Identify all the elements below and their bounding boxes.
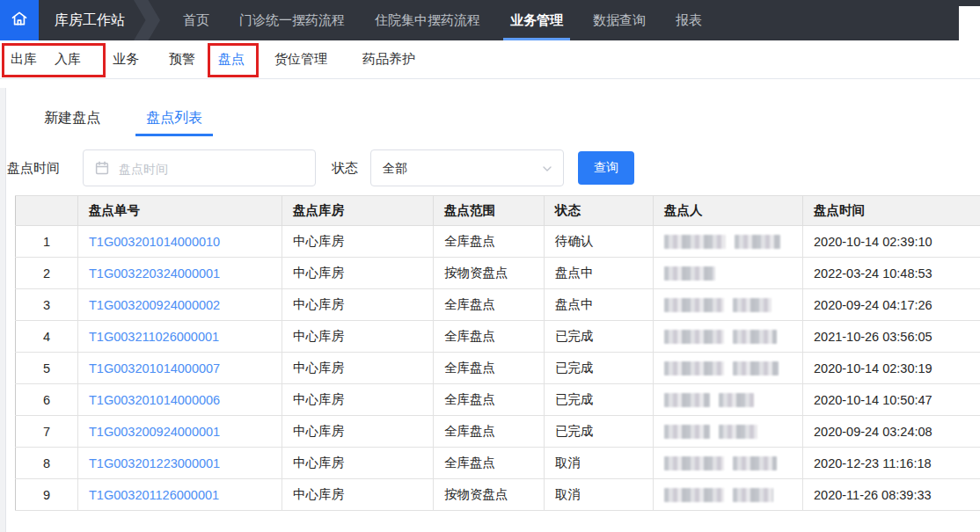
order-no-link[interactable]: T1G003201014000007: [78, 353, 282, 384]
row-index: 8: [16, 448, 78, 479]
col-header-time: 盘点时间: [803, 196, 980, 226]
home-button[interactable]: [0, 0, 39, 40]
left-scrollbar-track[interactable]: [0, 88, 6, 532]
table-header-row: 盘点单号 盘点库房 盘点范围 状态 盘点人 盘点时间: [16, 196, 980, 226]
tab-new-stocktaking[interactable]: 新建盘点: [33, 99, 111, 136]
subnav-business[interactable]: 业务: [113, 51, 139, 68]
person-cell-redacted: [654, 448, 803, 479]
col-header-order-no: 盘点单号: [78, 196, 282, 226]
warehouse-cell: 中心库房: [282, 353, 434, 384]
subnav-shelf-management[interactable]: 货位管理: [274, 51, 327, 68]
person-cell-redacted: [654, 384, 803, 416]
stocktaking-time-input[interactable]: [117, 150, 310, 187]
person-cell-redacted: [654, 353, 803, 384]
home-icon: [11, 10, 28, 31]
top-menu-home[interactable]: 首页: [183, 0, 209, 40]
row-index: 3: [16, 289, 78, 321]
table-row: 3 T1G003200924000002 中心库房 全库盘点 盘点中 2020-…: [16, 289, 980, 321]
redacted-name-blur: [664, 330, 724, 344]
redacted-name-blur: [664, 488, 724, 502]
scope-cell: 全库盘点: [434, 353, 545, 384]
col-header-warehouse: 盘点库房: [282, 196, 434, 226]
top-menu-data-query[interactable]: 数据查询: [593, 0, 646, 40]
redacted-name-blur: [733, 488, 773, 502]
stocktaking-table: 盘点单号 盘点库房 盘点范围 状态 盘点人 盘点时间 1 T1G00320101…: [15, 195, 980, 511]
row-index: 2: [16, 258, 78, 289]
query-button[interactable]: 查询: [578, 151, 634, 185]
redacted-name-blur: [735, 235, 780, 249]
scope-cell: 按物资盘点: [434, 258, 545, 289]
status-cell: 已完成: [545, 384, 654, 416]
top-navbar: 库房工作站 首页 门诊统一摆药流程 住院集中摆药流程 业务管理 数据查询 报表: [0, 0, 980, 40]
table-row: 5 T1G003201014000007 中心库房 全库盘点 已完成 2020-…: [16, 353, 980, 384]
status-select[interactable]: 全部: [370, 149, 564, 186]
table-row: 1 T1G003201014000010 中心库房 全库盘点 待确认 2020-…: [16, 226, 980, 258]
subnav-drug-maintenance[interactable]: 药品养护: [362, 51, 415, 68]
stocktaking-time-picker[interactable]: [83, 149, 316, 186]
status-cell: 已完成: [545, 416, 654, 448]
order-no-link[interactable]: T1G003200924000002: [78, 289, 282, 321]
person-cell-redacted: [654, 416, 803, 448]
order-no-link[interactable]: T1G003200924000001: [78, 416, 282, 448]
warehouse-cell: 中心库房: [282, 258, 434, 289]
stocktaking-time-label: 盘点时间: [7, 160, 60, 177]
row-index: 1: [16, 226, 78, 258]
time-cell: 2020-10-14 02:39:10: [803, 226, 980, 258]
status-cell: 盘点中: [545, 258, 654, 289]
warehouse-cell: 中心库房: [282, 289, 434, 321]
scope-cell: 全库盘点: [434, 384, 545, 416]
scope-cell: 全库盘点: [434, 289, 545, 321]
redacted-name-blur: [733, 330, 777, 344]
calendar-icon: [94, 160, 110, 179]
col-header-scope: 盘点范围: [434, 196, 545, 226]
table-row: 6 T1G003201014000006 中心库房 全库盘点 已完成 2020-…: [16, 384, 980, 416]
top-menu: 首页 门诊统一摆药流程 住院集中摆药流程 业务管理 数据查询 报表: [183, 0, 732, 40]
top-menu-business-management[interactable]: 业务管理: [510, 0, 563, 40]
scope-cell: 全库盘点: [434, 448, 545, 479]
status-cell: 已完成: [545, 321, 654, 353]
order-no-link[interactable]: T1G003211026000001: [78, 321, 282, 353]
scope-cell: 按物资盘点: [434, 479, 545, 511]
annotation-red-box-outbound-inbound: [2, 43, 106, 77]
top-menu-inpatient-dispensing[interactable]: 住院集中摆药流程: [375, 0, 480, 40]
status-select-value: 全部: [383, 150, 407, 186]
order-no-link[interactable]: T1G003201014000010: [78, 226, 282, 258]
warehouse-cell: 中心库房: [282, 226, 434, 258]
tab-stocktaking-list[interactable]: 盘点列表: [135, 99, 213, 136]
time-cell: 2022-03-24 10:48:53: [803, 258, 980, 289]
top-menu-reports[interactable]: 报表: [676, 0, 702, 40]
row-index: 4: [16, 321, 78, 353]
col-header-status: 状态: [545, 196, 654, 226]
time-cell: 2020-11-26 08:39:33: [803, 479, 980, 511]
table-row: 9 T1G003201126000001 中心库房 按物资盘点 取消 2020-…: [16, 479, 980, 511]
redacted-name-blur: [664, 456, 724, 470]
order-no-link[interactable]: T1G003201126000001: [78, 479, 282, 511]
scope-cell: 全库盘点: [434, 321, 545, 353]
person-cell-redacted: [654, 226, 803, 258]
stocktaking-tabs: 新建盘点 盘点列表: [33, 99, 238, 136]
sub-navbar: 出库 入库 业务 预警 盘点 货位管理 药品养护: [0, 40, 980, 79]
person-cell-redacted: [654, 479, 803, 511]
order-no-link[interactable]: T1G003201223000001: [78, 448, 282, 479]
subnav-warning[interactable]: 预警: [169, 51, 195, 68]
scope-cell: 全库盘点: [434, 416, 545, 448]
order-no-link[interactable]: T1G003220324000001: [78, 258, 282, 289]
row-index: 7: [16, 416, 78, 448]
top-menu-outpatient-dispensing[interactable]: 门诊统一摆药流程: [239, 0, 345, 40]
table-row: 8 T1G003201223000001 中心库房 全库盘点 取消 2020-1…: [16, 448, 980, 479]
cutoff-white-panel: [959, 6, 980, 40]
scope-cell: 全库盘点: [434, 226, 545, 258]
person-cell-redacted: [654, 321, 803, 353]
redacted-name-blur: [733, 298, 772, 312]
warehouse-cell: 中心库房: [282, 416, 434, 448]
warehouse-cell: 中心库房: [282, 321, 434, 353]
time-cell: 2020-10-14 10:50:47: [803, 384, 980, 416]
redacted-name-blur: [719, 393, 754, 407]
table-row: 2 T1G003220324000001 中心库房 按物资盘点 盘点中 2022…: [16, 258, 980, 289]
status-cell: 取消: [545, 479, 654, 511]
person-cell-redacted: [654, 258, 803, 289]
col-header-person: 盘点人: [654, 196, 803, 226]
redacted-name-blur: [664, 393, 710, 407]
order-no-link[interactable]: T1G003201014000006: [78, 384, 282, 416]
col-header-index: [16, 196, 78, 226]
